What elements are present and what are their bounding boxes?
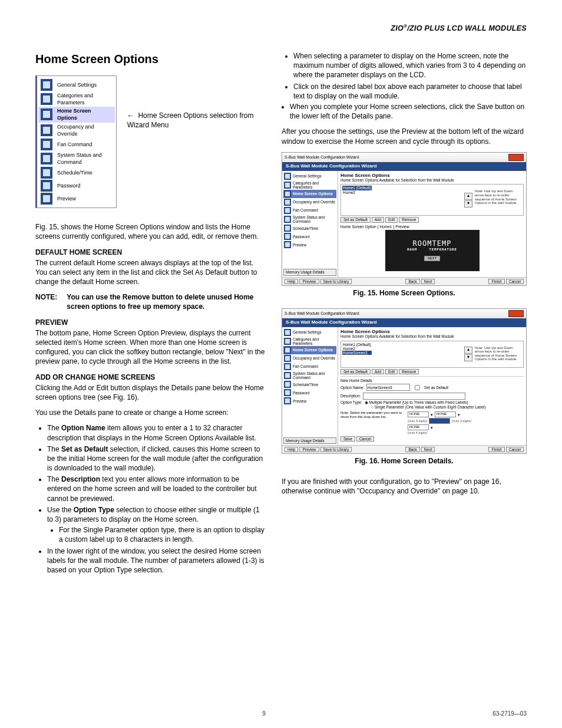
close-icon (508, 154, 524, 161)
close-icon (508, 310, 524, 317)
add-button[interactable]: Add (372, 217, 385, 222)
lcd-next-softkey[interactable]: NEXT (424, 256, 439, 261)
body-text: The bottom pane, Home Screen Option Prev… (35, 328, 265, 367)
wizard-menu: General Settings Categories and Paramete… (35, 75, 117, 208)
occupancy-icon (41, 124, 52, 136)
categories-icon (284, 182, 291, 189)
edit-button[interactable]: Edit (385, 369, 398, 374)
list-item: The Option Name item allows you to enter… (47, 423, 265, 442)
figure-caption: Fig. 15. Home Screen Options. (282, 288, 527, 298)
body-text: The current default Home screen always d… (35, 258, 265, 287)
occupancy-icon (284, 199, 291, 206)
list-item: The Set as Default selection, if clicked… (47, 444, 265, 473)
body-text: Clicking the Add or Edit button displays… (35, 383, 265, 402)
home-icon (284, 190, 291, 197)
lcd-preview: ROOMTEMP ROOMTEMPERATURE NEXT (385, 230, 480, 271)
home-icon (284, 347, 291, 354)
running-header: ZIO®/ZIO PLUS LCD WALL MODULES (35, 24, 527, 34)
option-name-input[interactable] (366, 384, 410, 391)
cancel-button[interactable]: Cancel (506, 447, 524, 452)
help-button[interactable]: Help (285, 279, 298, 284)
settings-icon (41, 79, 52, 91)
figure-15-screenshot: S-Bus Wall Module Configuration Wizard S… (282, 152, 527, 286)
arrow-down-icon: ▼ (464, 354, 472, 361)
wiz-item: Fan Command (38, 138, 115, 151)
home-icon (41, 108, 52, 120)
status-icon (284, 216, 291, 223)
add-change-heading: ADD OR CHANGE HOME SCREENS (35, 373, 265, 382)
set-default-button[interactable]: Set as Default (340, 217, 371, 222)
body-text: You use the Details pane to create or ch… (35, 408, 265, 417)
list-item: Home1 (Default) (342, 342, 372, 347)
wiz-item: System Status and Command (38, 151, 115, 166)
wiz-item: Occupancy and Override (38, 123, 115, 138)
list-item: Click on the desired label box above eac… (293, 82, 527, 101)
save-button[interactable]: Save (340, 436, 355, 442)
list-item: Home2 (342, 347, 372, 351)
next-button[interactable]: Next (421, 279, 435, 284)
set-default-button[interactable]: Set as Default (340, 369, 371, 374)
schedule-icon (284, 381, 291, 388)
arrow-up-icon: ▲ (464, 347, 472, 354)
categories-icon (284, 338, 291, 345)
list-item: Home2 (342, 190, 372, 195)
wiz-item-selected: Home Screen Options (38, 107, 115, 122)
back-button[interactable]: Back (405, 279, 419, 284)
categories-icon (41, 93, 52, 105)
default-home-heading: DEFAULT HOME SCREEN (35, 248, 265, 257)
bullet-list: When selecting a parameter to display on… (282, 51, 527, 101)
memory-usage-button[interactable]: Memory Usage Details (283, 269, 336, 275)
list-item: Use the Option Type selection to choose … (47, 505, 265, 545)
bullet-list: When you complete your Home screen selec… (282, 102, 527, 121)
cancel-button[interactable]: Cancel (506, 279, 524, 284)
wiz-item: Schedule/Time (38, 166, 115, 179)
save-lib-button[interactable]: Save to Library (320, 279, 352, 284)
cancel-button[interactable]: Cancel (356, 436, 374, 442)
wizard-menu-callout: ← Home Screen Options selection from Wiz… (127, 75, 265, 130)
schedule-icon (41, 167, 52, 179)
list-item: In the lower right of the window, you se… (47, 546, 265, 575)
preview-icon (41, 193, 52, 205)
wiz-item: Password (38, 179, 115, 192)
description-input[interactable] (363, 393, 465, 400)
settings-icon (284, 329, 291, 336)
fan-icon (284, 207, 291, 214)
remove-button[interactable]: Remove (399, 217, 419, 222)
wiz-item: General Settings (38, 78, 115, 91)
param-select[interactable] (429, 418, 450, 424)
wiz-item: Categories and Parameters (38, 91, 115, 107)
occupancy-icon (284, 355, 291, 362)
body-text: Fig. 15, shows the Home Screen Options w… (35, 222, 265, 241)
bullet-list: The Option Name item allows you to enter… (35, 423, 265, 575)
password-icon (284, 233, 291, 240)
finish-button[interactable]: Finish (488, 447, 504, 452)
list-item: When you complete your Home screen selec… (290, 102, 527, 121)
figure-16-screenshot: S-Bus Wall Module Configuration Wizard S… (282, 308, 527, 454)
set-default-checkbox[interactable] (415, 385, 420, 390)
preview-button[interactable]: Preview (299, 279, 319, 284)
status-icon (41, 153, 52, 164)
preview-button[interactable]: Preview (299, 447, 319, 452)
arrow-down-icon: ▼ (464, 200, 472, 207)
memory-usage-button[interactable]: Memory Usage Details (283, 437, 336, 444)
edit-button[interactable]: Edit (385, 217, 398, 222)
figure-caption: Fig. 16. Home Screen Details. (282, 456, 527, 466)
next-button[interactable]: Next (421, 447, 435, 452)
settings-icon (284, 173, 291, 180)
password-icon (284, 389, 291, 396)
add-button[interactable]: Add (372, 369, 385, 374)
param-select[interactable]: NONE (435, 411, 456, 417)
password-icon (41, 180, 52, 192)
back-button[interactable]: Back (405, 447, 419, 452)
preview-heading: PREVIEW (35, 318, 265, 327)
help-button[interactable]: Help (285, 447, 298, 452)
save-lib-button[interactable]: Save to Library (320, 447, 352, 452)
list-item: Home1 (Default) (342, 186, 372, 190)
param-select[interactable]: NONE (408, 411, 429, 417)
preview-icon (284, 397, 291, 404)
param-select[interactable]: NONE (408, 424, 429, 430)
finish-button[interactable]: Finish (488, 279, 504, 284)
remove-button[interactable]: Remove (399, 369, 419, 374)
preview-icon (284, 241, 291, 248)
list-item: For the Single Parameter option type, th… (59, 525, 265, 544)
